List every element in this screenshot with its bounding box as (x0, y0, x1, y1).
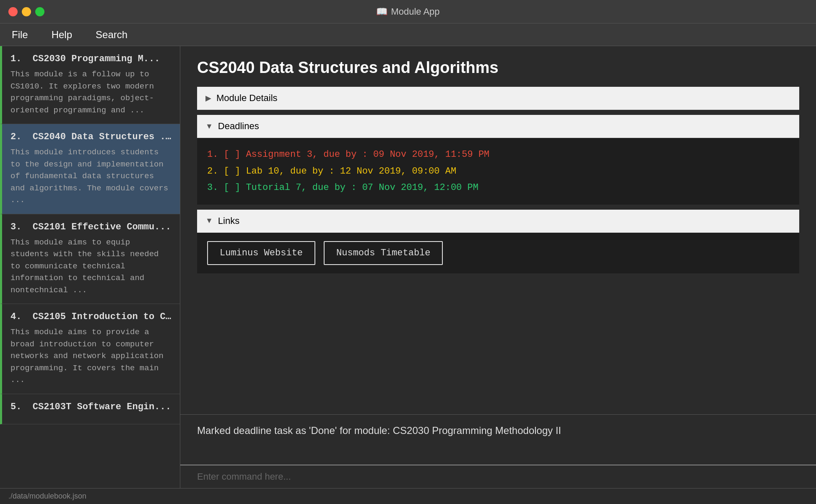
module-details-header[interactable]: ▶ Module Details (197, 87, 799, 110)
close-button[interactable] (8, 7, 18, 16)
module-item-desc: This module aims to equip students with … (10, 236, 172, 296)
maximize-button[interactable] (35, 7, 44, 16)
module-details-section: ▶ Module Details (197, 87, 799, 110)
output-text: Marked deadline task as 'Done' for modul… (197, 423, 799, 438)
module-item-desc: This module introduces students to the d… (10, 146, 172, 206)
links-body: Luminus WebsiteNusmods Timetable (197, 233, 799, 273)
menu-file[interactable]: File (8, 26, 31, 43)
right-panel: CS2040 Data Structures and Algorithms ▶ … (180, 46, 816, 488)
status-path: ./data/modulebook.json (8, 492, 86, 500)
module-details-arrow: ▶ (205, 94, 211, 103)
command-area[interactable] (180, 465, 816, 488)
deadline-item: 3. [ ] Tutorial 7, due by : 07 Nov 2019,… (207, 179, 789, 196)
list-item[interactable]: 1. CS2030 Programming M... This module i… (0, 46, 180, 124)
menu-help[interactable]: Help (48, 26, 75, 43)
app-title: 📖 Module App (376, 6, 439, 17)
app-title-text: Module App (391, 6, 439, 17)
deadlines-label: Deadlines (218, 121, 259, 132)
module-item-title: 5. CS2103T Software Engin... (10, 402, 172, 412)
module-detail-title: CS2040 Data Structures and Algorithms (197, 59, 799, 77)
list-item[interactable]: 3. CS2101 Effective Commu... This module… (0, 214, 180, 304)
list-item[interactable]: 5. CS2103T Software Engin... (0, 394, 180, 424)
module-list: 1. CS2030 Programming M... This module i… (0, 46, 180, 488)
module-item-title: 2. CS2040 Data Structures ... (10, 132, 172, 142)
sidebar: 1. CS2030 Programming M... This module i… (0, 46, 180, 488)
deadlines-section: ▼ Deadlines 1. [ ] Assignment 3, due by … (197, 115, 799, 205)
deadlines-body: 1. [ ] Assignment 3, due by : 09 Nov 201… (197, 138, 799, 205)
module-details-label: Module Details (216, 93, 278, 104)
window-controls[interactable] (8, 7, 44, 16)
module-item-title: 4. CS2105 Introduction to C... (10, 312, 172, 322)
menu-bar: File Help Search (0, 23, 816, 46)
module-item-desc: This module aims to provide a broad intr… (10, 326, 172, 386)
output-area: Marked deadline task as 'Done' for modul… (180, 414, 816, 465)
links-arrow: ▼ (205, 216, 213, 225)
menu-search[interactable]: Search (92, 26, 131, 43)
command-input[interactable] (197, 471, 799, 482)
main-layout: 1. CS2030 Programming M... This module i… (0, 46, 816, 488)
list-item[interactable]: 4. CS2105 Introduction to C... This modu… (0, 304, 180, 394)
title-bar: 📖 Module App (0, 0, 816, 23)
module-item-title: 1. CS2030 Programming M... (10, 54, 172, 64)
minimize-button[interactable] (22, 7, 31, 16)
module-detail: CS2040 Data Structures and Algorithms ▶ … (180, 46, 816, 414)
status-bar: ./data/modulebook.json (0, 488, 816, 504)
deadlines-header[interactable]: ▼ Deadlines (197, 115, 799, 138)
app-icon: 📖 (376, 6, 387, 17)
link-button[interactable]: Luminus Website (207, 241, 315, 265)
deadline-item: 1. [ ] Assignment 3, due by : 09 Nov 201… (207, 146, 789, 163)
links-label: Links (218, 216, 239, 226)
link-button[interactable]: Nusmods Timetable (324, 241, 443, 265)
deadline-item: 2. [ ] Lab 10, due by : 12 Nov 2019, 09:… (207, 163, 789, 180)
deadlines-arrow: ▼ (205, 122, 213, 131)
module-item-desc: This module is a follow up to CS1010. It… (10, 68, 172, 116)
module-item-title: 3. CS2101 Effective Commu... (10, 222, 172, 232)
links-header[interactable]: ▼ Links (197, 210, 799, 233)
list-item[interactable]: 2. CS2040 Data Structures ... This modul… (0, 124, 180, 214)
links-section: ▼ Links Luminus WebsiteNusmods Timetable (197, 210, 799, 273)
